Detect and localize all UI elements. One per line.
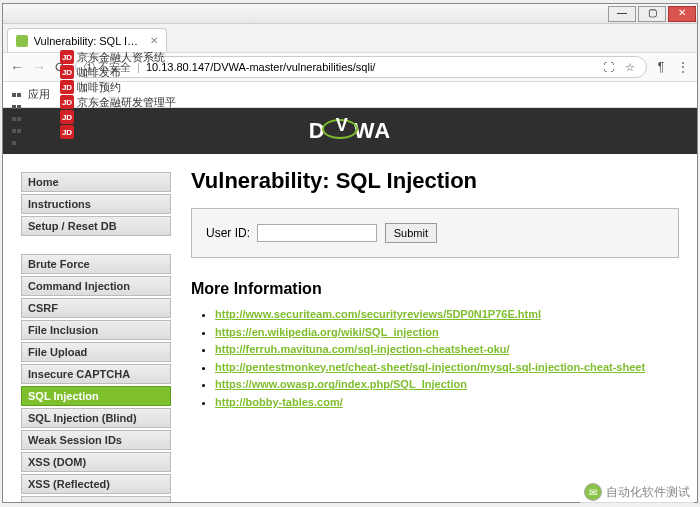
tab-title: Vulnerability: SQL Injec	[34, 35, 144, 47]
more-info-heading: More Information	[191, 280, 679, 298]
dvwa-logo: D V WA	[309, 118, 391, 144]
info-link[interactable]: http://www.securiteam.com/securityreview…	[215, 308, 541, 320]
url-text: 10.13.80.147/DVWA-master/vulnerabilities…	[146, 61, 375, 73]
window-minimize-button[interactable]: —	[608, 6, 636, 22]
bookmark-item[interactable]: JD京东金融人资系统	[60, 50, 176, 65]
watermark: ✉ 自动化软件测试	[580, 481, 694, 503]
info-link-item: http://pentestmonkey.net/cheat-sheet/sql…	[215, 359, 679, 377]
sidebar: HomeInstructionsSetup / Reset DB Brute F…	[21, 154, 171, 502]
jd-icon: JD	[60, 80, 74, 94]
sidebar-item[interactable]: File Upload	[21, 342, 171, 362]
sidebar-item[interactable]: CSRF	[21, 298, 171, 318]
sidebar-item[interactable]: Insecure CAPTCHA	[21, 364, 171, 384]
bookmark-item[interactable]: JD京东金融研发管理平	[60, 95, 176, 110]
sidebar-item[interactable]: Brute Force	[21, 254, 171, 274]
user-id-label: User ID:	[206, 226, 250, 240]
tab-strip: Vulnerability: SQL Injec ✕	[3, 24, 697, 52]
bookmark-item[interactable]: JD咖啡预约	[60, 80, 176, 95]
tab-favicon	[16, 35, 28, 47]
info-link-item: http://bobby-tables.com/	[215, 394, 679, 412]
jd-icon: JD	[60, 50, 74, 64]
info-links-list: http://www.securiteam.com/securityreview…	[191, 306, 679, 412]
user-id-form: User ID: Submit	[191, 208, 679, 258]
bookmark-star-icon[interactable]: ☆	[622, 61, 638, 74]
page-viewport: D V WA HomeInstructionsSetup / Reset DB …	[3, 108, 697, 502]
info-link-item: https://www.owasp.org/index.php/SQL_Inje…	[215, 376, 679, 394]
window-close-button[interactable]: ✕	[668, 6, 696, 22]
sidebar-item[interactable]: SQL Injection	[21, 386, 171, 406]
info-link-item: http://www.securiteam.com/securityreview…	[215, 306, 679, 324]
apps-icon	[11, 88, 25, 102]
apps-shortcut[interactable]: 应用	[11, 87, 50, 102]
jd-icon: JD	[60, 95, 74, 109]
user-id-input[interactable]	[257, 224, 377, 242]
wechat-icon: ✉	[584, 483, 602, 501]
nav-back-icon[interactable]: ←	[9, 59, 25, 75]
sidebar-item[interactable]: Command Injection	[21, 276, 171, 296]
sidebar-item[interactable]: Instructions	[21, 194, 171, 214]
sidebar-item[interactable]: XSS (Stored)	[21, 496, 171, 502]
info-link[interactable]: https://en.wikipedia.org/wiki/SQL_inject…	[215, 326, 439, 338]
sidebar-item[interactable]: File Inclusion	[21, 320, 171, 340]
page-title: Vulnerability: SQL Injection	[191, 168, 679, 194]
menu-icon[interactable]: ⋮	[675, 60, 691, 74]
bookmark-item[interactable]: JD企业金融工作流系统	[60, 125, 176, 140]
nav-forward-icon[interactable]: →	[31, 59, 47, 75]
info-link[interactable]: http://bobby-tables.com/	[215, 396, 343, 408]
sidebar-item[interactable]: Weak Session IDs	[21, 430, 171, 450]
window-titlebar: — ▢ ✕	[3, 4, 697, 24]
bookmark-item[interactable]: JD咖啡发布	[60, 65, 176, 80]
pilcrow-icon[interactable]: ¶	[653, 60, 669, 74]
info-link[interactable]: http://pentestmonkey.net/cheat-sheet/sql…	[215, 361, 645, 373]
submit-button[interactable]: Submit	[385, 223, 437, 243]
main-content: Vulnerability: SQL Injection User ID: Su…	[191, 154, 679, 502]
sidebar-item[interactable]: XSS (DOM)	[21, 452, 171, 472]
info-link[interactable]: https://www.owasp.org/index.php/SQL_Inje…	[215, 378, 467, 390]
browser-tab[interactable]: Vulnerability: SQL Injec ✕	[7, 28, 167, 52]
bookmarks-bar: 应用 JD京东金融人资系统 JD咖啡发布 JD咖啡预约 JD京东金融研发管理平 …	[3, 82, 697, 108]
sidebar-item[interactable]: XSS (Reflected)	[21, 474, 171, 494]
jd-icon: JD	[60, 65, 74, 79]
sidebar-item[interactable]: Home	[21, 172, 171, 192]
jd-icon: JD	[60, 110, 74, 124]
sidebar-item[interactable]: SQL Injection (Blind)	[21, 408, 171, 428]
translate-icon[interactable]: ⛶	[600, 61, 616, 73]
info-link-item: http://ferruh.mavituna.com/sql-injection…	[215, 341, 679, 359]
sidebar-item[interactable]: Setup / Reset DB	[21, 216, 171, 236]
window-maximize-button[interactable]: ▢	[638, 6, 666, 22]
tab-close-icon[interactable]: ✕	[150, 35, 158, 46]
jd-icon: JD	[60, 125, 74, 139]
info-link[interactable]: http://ferruh.mavituna.com/sql-injection…	[215, 343, 510, 355]
bookmark-item[interactable]: JD企业金融工作流系统	[60, 110, 176, 125]
info-link-item: https://en.wikipedia.org/wiki/SQL_inject…	[215, 324, 679, 342]
